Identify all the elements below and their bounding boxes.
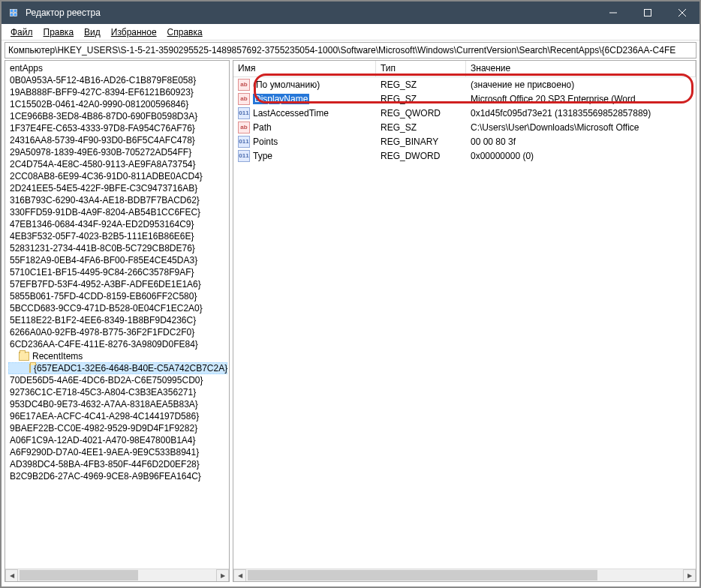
values-hscroll[interactable]: ◀ ▶: [233, 568, 696, 581]
scroll-right-icon[interactable]: ▶: [216, 569, 229, 582]
address-bar[interactable]: Компьютер\HKEY_USERS\S-1-5-21-3590295525…: [5, 42, 696, 58]
value-name: Path: [253, 122, 272, 133]
menu-file[interactable]: Файл: [6, 26, 38, 39]
tree-item[interactable]: A6F9290D-D7A0-4EE1-9AEA-9E9C533B8941}: [8, 446, 227, 458]
address-text: Компьютер\HKEY_USERS\S-1-5-21-3590295525…: [8, 45, 675, 56]
value-row[interactable]: 011LastAccessedTimeREG_QWORD0x1d45fc095d…: [233, 106, 696, 120]
tree-item[interactable]: AD398DC4-58BA-4FB3-850F-44F6D2D0EF28}: [8, 458, 227, 470]
tree-item[interactable]: 1F37E4FE-C653-4333-97D8-FA954C76AF76}: [8, 122, 227, 134]
tree-item-label: 330FFD59-91DB-4A9F-8204-AB54B1CC6FEC}: [10, 207, 200, 218]
tree-item[interactable]: 5BCCD683-9CC9-471D-B528-0E04CF1EC2A0}: [8, 302, 227, 314]
tree-item[interactable]: B2C9B2D6-27AC-4969-9CE8-A9B96FEA164C}: [8, 470, 227, 482]
tree-item[interactable]: 6CD236AA-C4FE-411E-8276-3A9809D0FE84}: [8, 338, 227, 350]
tree-item-label: 5710C1E1-BF15-4495-9C84-266C3578F9AF}: [10, 267, 194, 278]
tree-item[interactable]: 2CC08AB8-6E99-4C36-91D0-811ADBE0ACD4}: [8, 170, 227, 182]
values-header: Имя Тип Значение: [233, 61, 696, 77]
tree-item-label: {657EADC1-32E6-4648-B40E-C5A742CB7C2A}: [34, 363, 227, 374]
close-button[interactable]: [665, 2, 699, 24]
value-name: (По умолчанию): [253, 80, 320, 90]
menu-favorites[interactable]: Избранное: [107, 26, 161, 39]
minimize-button[interactable]: [596, 2, 630, 24]
title-bar[interactable]: Редактор реестра: [2, 2, 699, 24]
tree-item[interactable]: 96E17AEA-ACFC-4C41-A298-4C144197D586}: [8, 410, 227, 422]
maximize-button[interactable]: [630, 2, 665, 24]
value-row[interactable]: abDisplayNameREG_SZMicrosoft Office 20 S…: [233, 92, 696, 106]
value-name: LastAccessedTime: [253, 108, 329, 118]
scroll-thumb[interactable]: [20, 570, 138, 580]
tree-item[interactable]: {657EADC1-32E6-4648-B40E-C5A742CB7C2A}: [8, 362, 227, 374]
tree-item[interactable]: 24316AA8-5739-4F90-93D0-B6F5C4AFC478}: [8, 134, 227, 146]
string-value-icon: ab: [238, 79, 250, 91]
tree-item-label: 1F37E4FE-C653-4333-97D8-FA954C76AF76}: [10, 123, 195, 134]
tree-item[interactable]: 330FFD59-91DB-4A9F-8204-AB54B1CC6FEC}: [8, 206, 227, 218]
tree-item[interactable]: 6266A0A0-92FB-4978-B775-36F2F1FDC2F0}: [8, 326, 227, 338]
tree-item[interactable]: 316B793C-6290-43A4-AE18-BDB7F7BACD62}: [8, 194, 227, 206]
value-row[interactable]: ab(По умолчанию)REG_SZ(значение не присв…: [233, 77, 696, 92]
value-data: 00 00 80 3f: [466, 136, 696, 147]
scroll-left-icon[interactable]: ◀: [233, 569, 246, 582]
col-name[interactable]: Имя: [233, 61, 376, 76]
tree-item[interactable]: 9BAEF22B-CC0E-4982-9529-9D9D4F1F9282}: [8, 422, 227, 434]
values-panel: Имя Тип Значение ab(По умолчанию)REG_SZ(…: [233, 60, 696, 582]
tree-item[interactable]: 953DC4B0-9E73-4632-A7AA-8318AEA5B83A}: [8, 398, 227, 410]
tree-item-label: AD398DC4-58BA-4FB3-850F-44F6D2D0EF28}: [10, 459, 200, 470]
tree-item[interactable]: RecentItems: [8, 350, 227, 362]
tree-item[interactable]: 1CE966B8-3ED8-4B86-87D0-690FB0598D3A}: [8, 110, 227, 122]
tree-item[interactable]: entApps: [8, 62, 227, 74]
value-row[interactable]: 011TypeREG_DWORD0x00000000 (0): [233, 148, 696, 163]
menu-edit[interactable]: Правка: [39, 26, 79, 39]
tree-item-label: RecentItems: [32, 351, 83, 362]
tree-item-label: 19AB888F-BFF9-427C-8394-EF6121B60923}: [10, 87, 194, 98]
svg-rect-2: [11, 14, 14, 16]
scroll-left-icon[interactable]: ◀: [5, 569, 18, 582]
tree-item[interactable]: 92736C1C-E718-45C3-A804-C3B3EA356271}: [8, 386, 227, 398]
tree-item-label: A06F1C9A-12AD-4021-A470-98E47800B1A4}: [10, 435, 196, 446]
scroll-thumb[interactable]: [248, 570, 597, 580]
tree-item[interactable]: 0B0A953A-5F12-4B16-AD26-C1B879F8E058}: [8, 74, 227, 86]
tree-item[interactable]: 57EFB7FD-53F4-4952-A3BF-ADFE6DE1E1A6}: [8, 278, 227, 290]
col-type[interactable]: Тип: [376, 61, 466, 76]
value-type: REG_SZ: [376, 80, 466, 90]
scroll-track[interactable]: [246, 569, 683, 581]
tree-item[interactable]: 29A50978-1839-49E6-930B-705272AD54FF}: [8, 146, 227, 158]
menu-help[interactable]: Справка: [163, 26, 207, 39]
string-value-icon: ab: [238, 93, 250, 105]
value-row[interactable]: 011PointsREG_BINARY00 00 80 3f: [233, 134, 696, 148]
values-list[interactable]: ab(По умолчанию)REG_SZ(значение не присв…: [233, 77, 696, 568]
tree-hscroll[interactable]: ◀ ▶: [5, 568, 229, 581]
tree-item[interactable]: 1C15502B-0461-42A0-9990-081200596846}: [8, 98, 227, 110]
tree-item-label: 2CC08AB8-6E99-4C36-91D0-811ADBE0ACD4}: [10, 171, 203, 182]
tree-item[interactable]: 5710C1E1-BF15-4495-9C84-266C3578F9AF}: [8, 266, 227, 278]
tree-item-label: 70DE56D5-4A6E-4DC6-BD2A-C6E750995CD0}: [10, 375, 203, 386]
tree-item[interactable]: 52831231-2734-441B-8C0B-5C729CB8DE76}: [8, 242, 227, 254]
menu-view[interactable]: Вид: [80, 26, 105, 39]
folder-icon: [19, 352, 29, 361]
folder-icon: [29, 364, 31, 373]
tree-item[interactable]: 2C4D754A-4E8C-4580-9113-AE9FA8A73754}: [8, 158, 227, 170]
binary-value-icon: 011: [238, 107, 250, 119]
scroll-track[interactable]: [18, 569, 216, 581]
tree-list[interactable]: entApps0B0A953A-5F12-4B16-AD26-C1B879F8E…: [5, 61, 229, 568]
col-value[interactable]: Значение: [466, 61, 696, 76]
tree-item[interactable]: 55F182A9-0EB4-4FA6-BF00-F85E4CE45DA3}: [8, 254, 227, 266]
value-type: REG_QWORD: [376, 108, 466, 118]
tree-item-label: 4EB3F532-05F7-4023-B2B5-111E16B86E6E}: [10, 231, 194, 242]
tree-item[interactable]: A06F1C9A-12AD-4021-A470-98E47800B1A4}: [8, 434, 227, 446]
svg-rect-0: [11, 10, 14, 13]
tree-item[interactable]: 5E118E22-B1F2-4EE6-8349-1B8BF9D4236C}: [8, 314, 227, 326]
tree-item-label: 2D241EE5-54E5-422F-9BFE-C3C9473716AB}: [10, 183, 197, 194]
tree-item[interactable]: 2D241EE5-54E5-422F-9BFE-C3C9473716AB}: [8, 182, 227, 194]
tree-item[interactable]: 5855B061-75FD-4CDD-8159-EB606FF2C580}: [8, 290, 227, 302]
binary-value-icon: 011: [238, 150, 250, 162]
value-row[interactable]: abPathREG_SZC:\Users\User\Downloads\Micr…: [233, 120, 696, 134]
menu-bar: Файл Правка Вид Избранное Справка: [2, 24, 699, 40]
tree-item[interactable]: 4EB3F532-05F7-4023-B2B5-111E16B86E6E}: [8, 230, 227, 242]
tree-item[interactable]: 70DE56D5-4A6E-4DC6-BD2A-C6E750995CD0}: [8, 374, 227, 386]
tree-item-label: 953DC4B0-9E73-4632-A7AA-8318AEA5B83A}: [10, 399, 198, 410]
tree-item[interactable]: 19AB888F-BFF9-427C-8394-EF6121B60923}: [8, 86, 227, 98]
tree-item-label: 57EFB7FD-53F4-4952-A3BF-ADFE6DE1E1A6}: [10, 279, 201, 290]
value-data: 0x1d45fc095d73e21 (131835569852857889): [466, 108, 696, 118]
scroll-right-icon[interactable]: ▶: [683, 569, 696, 582]
tree-item[interactable]: 47EB1346-0684-434F-924A-ED2D953164C9}: [8, 218, 227, 230]
value-data: Microsoft Office 20 SP3 Enterprise (Word: [466, 94, 696, 104]
